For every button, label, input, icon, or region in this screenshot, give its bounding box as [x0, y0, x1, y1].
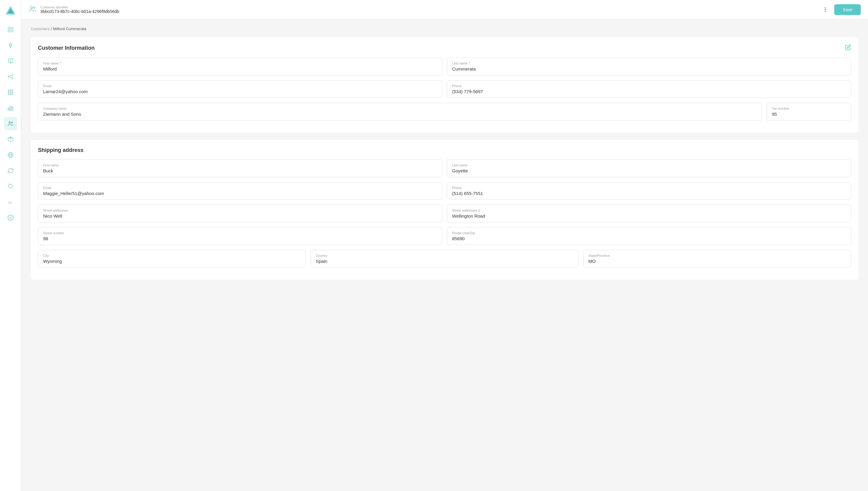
svg-point-18	[8, 94, 9, 95]
svg-point-9	[12, 78, 13, 79]
svg-line-11	[9, 77, 12, 78]
phone-label: Phone	[452, 84, 846, 88]
svg-rect-5	[11, 30, 13, 32]
street2-field[interactable]: Street addresses 2 Wellington Road	[447, 205, 851, 223]
shipping-email-label: Email	[43, 186, 437, 190]
topbar-left: Customer identifier 3bbcd173-8b7c-40bc-b…	[28, 5, 119, 15]
state-field[interactable]: State/Province MO	[583, 250, 851, 268]
svg-rect-22	[10, 107, 11, 111]
identifier-value: 3bbcd173-8b7c-40bc-b01a-4296f9db56db	[40, 9, 119, 14]
last-name-value: Cummerata	[452, 66, 846, 71]
sidebar-item-catalog[interactable]	[4, 54, 17, 67]
first-name-field[interactable]: First name * Milford	[38, 58, 442, 75]
svg-point-24	[9, 122, 10, 123]
shipping-phone-field[interactable]: Phone (514) 655-7551	[447, 182, 851, 200]
postal-label: Postal code/Zip	[452, 231, 846, 235]
sidebar-item-refresh[interactable]	[4, 164, 17, 177]
phone-field[interactable]: Phone (534) 779-5697	[447, 80, 851, 98]
svg-point-19	[10, 94, 11, 95]
city-country-row: City Wyoming Country Spain State/Provinc…	[38, 250, 851, 268]
street-number-field[interactable]: Street number 98	[38, 227, 442, 245]
company-label: Company name	[43, 107, 757, 110]
shipping-name-row: First name Buck Last name Goyette	[38, 160, 851, 177]
breadcrumb: Customers / Milford Cummerata	[31, 27, 858, 31]
postal-value: 85690	[452, 236, 846, 241]
state-value: MO	[588, 259, 846, 264]
phone-value: (534) 779-5697	[452, 89, 846, 94]
svg-point-17	[12, 92, 13, 93]
svg-point-6	[10, 44, 11, 46]
country-label: Country	[316, 254, 573, 257]
shipping-address-section: Shipping address First name Buck Last na…	[31, 140, 858, 280]
svg-point-37	[825, 7, 826, 8]
sidebar-item-dashboard[interactable]	[4, 23, 17, 36]
more-options-button[interactable]	[820, 4, 831, 15]
sidebar-item-search[interactable]	[4, 180, 17, 193]
customer-info-title: Customer Information	[38, 45, 95, 51]
email-field[interactable]: Email Lamar24@yahoo.com	[38, 80, 442, 98]
city-field[interactable]: City Wyoming	[38, 250, 306, 268]
sidebar-item-analytics[interactable]	[4, 101, 17, 115]
svg-point-14	[12, 90, 13, 91]
sidebar-item-apps[interactable]	[4, 86, 17, 99]
svg-point-35	[30, 6, 33, 8]
main-area: Customer identifier 3bbcd173-8b7c-40bc-b…	[21, 0, 868, 491]
app-logo[interactable]	[4, 5, 17, 17]
shipping-last-name-label: Last name	[452, 163, 846, 167]
street1-label: Street addresses	[43, 209, 437, 212]
svg-line-32	[12, 187, 13, 189]
breadcrumb-parent[interactable]: Customers	[31, 27, 50, 31]
city-value: Wyoming	[43, 259, 301, 264]
svg-text:AZ: AZ	[8, 201, 12, 204]
sidebar-item-settings[interactable]	[4, 211, 17, 224]
sidebar-item-az[interactable]: AZ	[4, 195, 17, 209]
postal-field[interactable]: Postal code/Zip 85690	[447, 227, 851, 245]
street1-value: Nico Well	[43, 213, 437, 219]
first-name-value: Milford	[43, 66, 437, 71]
svg-point-13	[10, 90, 11, 91]
edit-customer-icon[interactable]	[845, 44, 851, 52]
last-name-field[interactable]: Last name * Cummerata	[447, 58, 851, 75]
svg-point-36	[34, 7, 35, 8]
email-value: Lamar24@yahoo.com	[43, 89, 437, 94]
sidebar-item-customers[interactable]	[4, 117, 17, 130]
tax-number-field[interactable]: Tax number 95	[767, 103, 851, 121]
save-button[interactable]: Save	[834, 4, 861, 15]
sidebar-item-globe[interactable]	[4, 148, 17, 162]
shipping-last-name-field[interactable]: Last name Goyette	[447, 160, 851, 177]
sidebar-item-connections[interactable]	[4, 70, 17, 83]
email-label: Email	[43, 84, 437, 88]
country-value: Spain	[316, 259, 573, 264]
sidebar-item-launch[interactable]	[4, 38, 17, 52]
svg-point-8	[12, 75, 13, 76]
svg-rect-21	[8, 108, 9, 110]
customer-info-header: Customer Information	[38, 44, 851, 52]
svg-point-39	[825, 11, 826, 12]
sidebar: AZ	[0, 0, 21, 491]
shipping-phone-label: Phone	[452, 186, 846, 190]
street2-label: Street addresses 2	[452, 209, 846, 212]
street-row: Street addresses Nico Well Street addres…	[38, 205, 851, 223]
topbar-right: Save	[820, 4, 861, 15]
state-label: State/Province	[588, 254, 846, 257]
sidebar-item-inventory[interactable]	[4, 133, 17, 146]
company-field[interactable]: Company name Ziemann and Sons	[38, 103, 762, 121]
shipping-first-name-label: First name	[43, 163, 437, 167]
street2-value: Wellington Road	[452, 213, 846, 219]
topbar: Customer identifier 3bbcd173-8b7c-40bc-b…	[21, 0, 868, 19]
country-field[interactable]: Country Spain	[311, 250, 579, 268]
svg-point-15	[8, 92, 9, 93]
shipping-contact-row: Email Maggie_Heller51@yahoo.com Phone (5…	[38, 182, 851, 200]
tax-value: 95	[772, 112, 846, 117]
shipping-email-field[interactable]: Email Maggie_Heller51@yahoo.com	[38, 182, 442, 200]
shipping-header: Shipping address	[38, 147, 851, 153]
shipping-first-name-field[interactable]: First name Buck	[38, 160, 442, 177]
shipping-title: Shipping address	[38, 147, 84, 153]
name-row: First name * Milford Last name * Cummera…	[38, 58, 851, 75]
breadcrumb-separator: /	[51, 27, 53, 31]
street1-field[interactable]: Street addresses Nico Well	[38, 205, 442, 223]
customer-icon	[28, 5, 37, 15]
customer-identifier: Customer identifier 3bbcd173-8b7c-40bc-b…	[40, 5, 119, 14]
svg-point-31	[8, 184, 12, 188]
identifier-label: Customer identifier	[40, 5, 119, 9]
